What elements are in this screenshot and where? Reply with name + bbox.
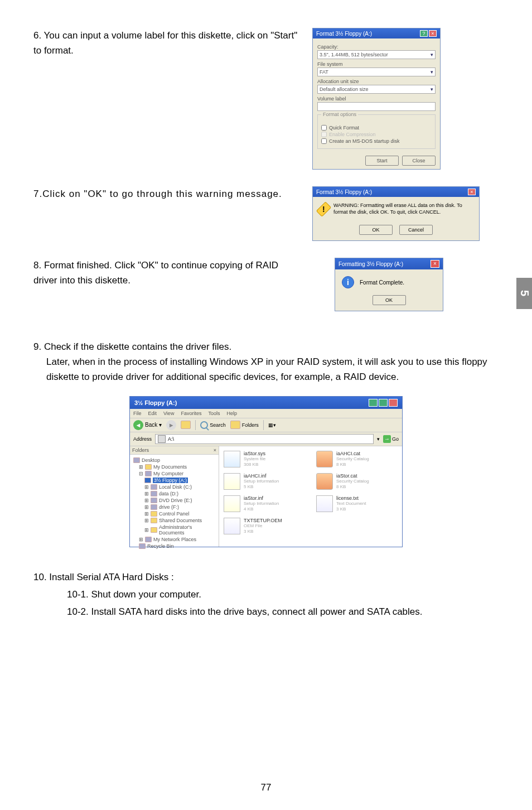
close-icon[interactable]: × [431,260,439,268]
ok-button[interactable]: OK [359,225,393,235]
capacity-select[interactable]: 3.5", 1.44MB, 512 bytes/sector▾ [317,50,436,59]
address-label: Address [133,436,152,442]
volume-label: Volume label [317,96,436,102]
folder-tree[interactable]: Folders× Desktop ⊞My Documents ⊟My Compu… [130,446,219,547]
file-item[interactable]: iaStor.infSetup Information4 KB [224,495,305,512]
floppy-icon [158,435,166,443]
maximize-icon[interactable] [379,399,388,407]
complete-text: Format Complete. [360,279,404,286]
cancel-button[interactable]: Cancel [399,225,433,235]
file-icon [316,473,333,490]
explorer-menu[interactable]: File Edit View Favorites Tools Help [130,409,402,418]
close-icon[interactable] [389,399,398,407]
chevron-down-icon: ▾ [431,69,433,75]
warning-dialog: Format 3½ Floppy (A:) × ! WARNING: Forma… [312,186,480,241]
step-6-text: 6. You can input a volume label for this… [33,28,301,58]
explorer-title: 3½ Floppy (A:) [134,399,177,406]
folders-button[interactable]: Folders [230,421,259,429]
file-icon [316,451,333,467]
warning-dialog-title: Format 3½ Floppy (A:) [316,189,372,195]
file-item[interactable]: iaStor.catSecurity Catalog8 KB [316,473,398,490]
go-button[interactable]: →Go [383,435,399,443]
ok-button[interactable]: OK [373,295,406,305]
step-10-2-text: 10-2. Install SATA hard disks into the d… [67,604,499,619]
close-button[interactable]: Close [402,156,436,166]
format-dialog: Format 3½ Floppy (A:) ? × Capacity: 3.5"… [312,28,441,170]
file-item[interactable]: TXTSETUP.OEMOEM File3 KB [224,518,305,534]
volume-input[interactable] [317,102,436,111]
filesystem-label: File system [317,61,436,67]
help-icon[interactable]: ? [420,30,428,37]
step-10-text: 10. Install Serial ATA Hard Disks : [33,570,499,585]
views-button[interactable]: ▦▾ [268,422,276,428]
folder-icon [230,421,240,429]
file-item[interactable]: iaStor.sysSystem file308 KB [224,451,305,467]
minimize-icon[interactable] [369,399,378,407]
file-item[interactable]: license.txtText Document3 KB [316,495,398,512]
complete-dialog-title: Formatting 3½ Floppy (A:) [338,261,403,267]
warning-text: WARNING: Formatting will erase ALL data … [333,202,472,215]
close-icon[interactable]: × [429,30,437,37]
compression-checkbox [321,132,327,137]
file-item[interactable]: iaAHCI.infSetup Information5 KB [224,473,305,490]
address-input[interactable]: A:\ [155,434,374,444]
explorer-window: 3½ Floppy (A:) File Edit View Favorites … [129,396,403,547]
format-options-label: Format options [321,112,358,117]
warning-icon: ! [316,201,331,216]
forward-button: ► [166,420,176,430]
search-icon [200,421,208,429]
info-icon: i [342,276,354,288]
format-dialog-title: Format 3½ Floppy (A:) [316,31,372,37]
chevron-down-icon: ▾ [431,86,433,92]
file-icon [224,495,240,512]
step-8-text: 8. Format finished. Click "OK" to contin… [33,258,301,288]
file-list: iaStor.sysSystem file308 KBiaAHCI.catSec… [219,446,402,547]
file-item[interactable]: iaAHCI.catSecurity Catalog8 KB [316,451,398,467]
chapter-tab: 5 [516,278,532,309]
start-button[interactable]: Start [365,156,399,166]
msdos-checkbox[interactable] [321,138,327,144]
quick-format-checkbox[interactable] [321,125,327,131]
back-button[interactable]: ◄Back ▾ [133,420,162,430]
step-7-text: 7.Click on "OK" to go through this warni… [33,186,301,201]
file-icon [224,451,240,467]
up-folder-icon[interactable] [181,421,191,429]
capacity-label: Capacity: [317,44,436,50]
search-button[interactable]: Search [200,421,226,429]
step-9-body: Later, when in the process of installing… [33,354,499,384]
step-9-text: 9. Check if the diskette contains the dr… [33,339,499,354]
complete-dialog: Formatting 3½ Floppy (A:) × i Format Com… [335,258,443,311]
chevron-down-icon: ▾ [431,52,433,57]
close-icon[interactable]: × [468,189,476,195]
filesystem-select[interactable]: FAT▾ [317,68,436,76]
step-10-1-text: 10-1. Shut down your computer. [67,587,499,602]
file-icon [316,495,333,512]
alloc-select[interactable]: Default allocation size▾ [317,85,436,94]
file-icon [224,518,240,534]
page-number: 77 [0,782,532,793]
close-panel-icon[interactable]: × [214,447,216,453]
file-icon [224,473,240,490]
alloc-label: Allocation unit size [317,79,436,84]
